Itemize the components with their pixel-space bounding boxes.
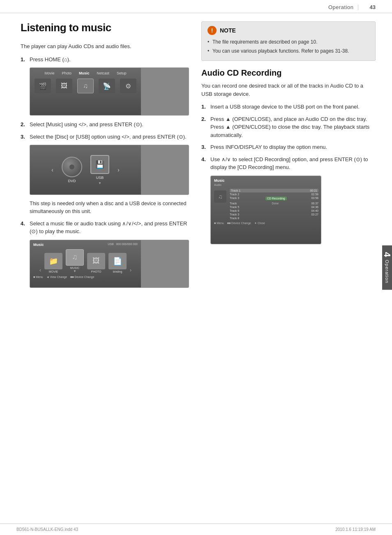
usb-label: USB bbox=[96, 176, 104, 180]
music-screen-header: Music USB 000 000/000 000 bbox=[33, 243, 138, 247]
icon-setup: ⚙ bbox=[120, 79, 136, 93]
track-row-7: Track 8 bbox=[230, 216, 318, 220]
track-3-name: Track 3 bbox=[230, 197, 241, 201]
folder-music-icon: ♫ bbox=[66, 249, 84, 266]
note-item-2: You can use various playback functions. … bbox=[208, 47, 369, 55]
track-row-5: Track 6 04:40 bbox=[230, 209, 318, 213]
track-1-name: Track 1 bbox=[231, 189, 240, 192]
folder-movie-icon: 📁 bbox=[44, 253, 62, 269]
disc-item: DVD bbox=[62, 157, 82, 183]
music-screen-title: Music bbox=[33, 243, 44, 247]
cd-screen-title: Music bbox=[214, 178, 318, 183]
track-row-1: Track 1 00:21 bbox=[230, 189, 318, 192]
note-exclamation-icon: ! bbox=[208, 26, 217, 35]
track-row-3: Track 3 CD Recording 03:58 bbox=[230, 196, 318, 201]
main-content: Listening to music The player can play A… bbox=[0, 13, 392, 301]
music-screen-footer: ■ Menu ◄ View Change ■■ Device Change bbox=[33, 276, 138, 278]
nav-photo: Photo bbox=[62, 71, 71, 75]
cd-screen-footer: ■ Menu ■■ Device Change ✦ Close bbox=[214, 222, 318, 225]
track-3b-time: 06:37 bbox=[311, 202, 318, 205]
folder-movie-label: MOVIE bbox=[49, 270, 58, 273]
track-4-name: Track 5 bbox=[230, 206, 239, 208]
footer-device: ■■ Device Change bbox=[70, 276, 94, 278]
header-page-num: 43 bbox=[370, 4, 376, 10]
left-column: Listening to music The player can play A… bbox=[21, 21, 189, 293]
folder-binding-icon: 📄 bbox=[108, 253, 127, 269]
header-bar: Operation 43 bbox=[0, 0, 392, 13]
cd-music-icon: ♫ bbox=[214, 190, 226, 203]
note-box: ! NOTE The file requirements are describ… bbox=[201, 21, 376, 61]
cd-footer-close: ✦ Close bbox=[254, 222, 265, 225]
note-item-1: The file requirements are described on p… bbox=[208, 38, 369, 46]
arrow-left-icon: ‹ bbox=[51, 167, 53, 173]
track-row-3b: Track Done 06:37 bbox=[230, 201, 318, 205]
intro-text: The player can play Audio CDs and audio … bbox=[21, 42, 189, 51]
right-intro: You can record one desired track or all … bbox=[201, 82, 376, 98]
track-row-6: Track 3 03:27 bbox=[230, 213, 318, 216]
header-divider bbox=[358, 5, 358, 10]
page-footer: BD561-N-BUSALLK-ENG.indd 43 2010.1.6 11:… bbox=[0, 523, 392, 535]
usb-arrow-down: ▼ bbox=[98, 181, 101, 185]
music-screen-info: USB 000 000/000 000 bbox=[108, 243, 138, 247]
track-done: Done bbox=[272, 202, 279, 205]
right-step-3: 3. Press INFO/DISPLAY to display the opt… bbox=[201, 143, 376, 151]
icon-movie: 🎬 bbox=[35, 79, 51, 93]
right-step-3-text: Press INFO/DISPLAY to display the option… bbox=[210, 143, 376, 151]
step-4-text: Select a music file or audio track using… bbox=[30, 220, 189, 236]
music-arrow-right: › bbox=[130, 267, 131, 273]
right-step-1-num: 1. bbox=[201, 103, 210, 111]
right-step-2-text: Press ▲ (OPEN/CLOSE), and place an Audio… bbox=[210, 115, 376, 139]
folder-binding: 📄 binding bbox=[108, 253, 127, 273]
track-row-4: Track 5 04:36 bbox=[230, 205, 318, 209]
track-4-time: 04:36 bbox=[311, 206, 318, 208]
note-title: NOTE bbox=[220, 27, 236, 34]
track-6-name: Track 3 bbox=[230, 213, 239, 216]
step-1: 1. Press HOME (⌂). bbox=[21, 56, 189, 64]
track-5-time: 04:40 bbox=[311, 209, 318, 212]
note-header: ! NOTE bbox=[208, 26, 369, 35]
nav-netcast: Netcast bbox=[97, 71, 110, 75]
cd-footer-device: ■■ Device Change bbox=[227, 222, 251, 225]
track-1-time: 00:21 bbox=[310, 189, 317, 192]
icon-netcast: 📡 bbox=[99, 79, 115, 93]
step-1-text: Press HOME (⌂). bbox=[30, 56, 189, 64]
home-screen: Movie Photo Music Netcast Setup 🎬 🖼 ♫ 📡 … bbox=[30, 68, 141, 115]
home-screen-icons: 🎬 🖼 ♫ 📡 ⚙ bbox=[35, 79, 136, 93]
folder-binding-label: binding bbox=[113, 270, 122, 273]
step-4-num: 4. bbox=[21, 220, 30, 236]
track-close: Track bbox=[230, 202, 239, 205]
track-6-time: 03:27 bbox=[311, 213, 318, 216]
music-icons-row: ‹ 📁 MOVIE ♫ MUSIC ▼ 🖼 PHOTO bbox=[33, 249, 138, 273]
step-3-num: 3. bbox=[21, 133, 30, 141]
disc-icon bbox=[62, 157, 82, 177]
footer-left: BD561-N-BUSALLK-ENG.indd 43 bbox=[16, 527, 78, 532]
right-step-2: 2. Press ▲ (OPEN/CLOSE), and place an Au… bbox=[201, 115, 376, 139]
side-tab-label: Operation bbox=[385, 259, 390, 283]
track-5-name: Track 6 bbox=[230, 209, 239, 212]
folder-music-arrow: ▼ bbox=[73, 269, 76, 273]
cd-track-list: ♫ Track 1 00:21 Track 2 02:58 bbox=[214, 189, 318, 220]
page-wrapper: Operation 43 Listening to music The play… bbox=[0, 0, 392, 535]
folder-movie: 📁 MOVIE bbox=[44, 253, 62, 273]
right-section-title: Audio CD Recording bbox=[201, 68, 376, 78]
track-row-2: Track 2 02:58 bbox=[230, 192, 318, 196]
step-2: 2. Select [Music] using </>, and press E… bbox=[21, 120, 189, 129]
right-step-1-text: Insert a USB storage device to the USB p… bbox=[210, 103, 376, 111]
track-2-name: Track 2 bbox=[230, 193, 239, 196]
footer-menu: ■ Menu bbox=[33, 276, 43, 278]
step-4: 4. Select a music file or audio track us… bbox=[21, 220, 189, 236]
right-step-3-num: 3. bbox=[201, 143, 210, 151]
side-tab: 4 Operation bbox=[382, 245, 392, 290]
icon-photo: 🖼 bbox=[56, 79, 72, 93]
step-2-text: Select [Music] using </>, and press ENTE… bbox=[30, 120, 189, 129]
music-screen: Music USB 000 000/000 000 ‹ 📁 MOVIE ♫ MU… bbox=[30, 240, 141, 287]
track-3-time: 03:58 bbox=[311, 197, 318, 201]
nav-setup: Setup bbox=[117, 71, 127, 75]
folder-photo-icon: 🖼 bbox=[87, 253, 105, 269]
cd-screen-sub: Audio bbox=[214, 183, 318, 186]
tracks-col: Track 1 00:21 Track 2 02:58 Track 3 CD R… bbox=[230, 189, 318, 220]
icon-music: ♫ bbox=[77, 79, 94, 93]
nav-music: Music bbox=[79, 71, 90, 75]
step-2-num: 2. bbox=[21, 120, 30, 129]
arrow-right-icon: › bbox=[118, 167, 120, 173]
